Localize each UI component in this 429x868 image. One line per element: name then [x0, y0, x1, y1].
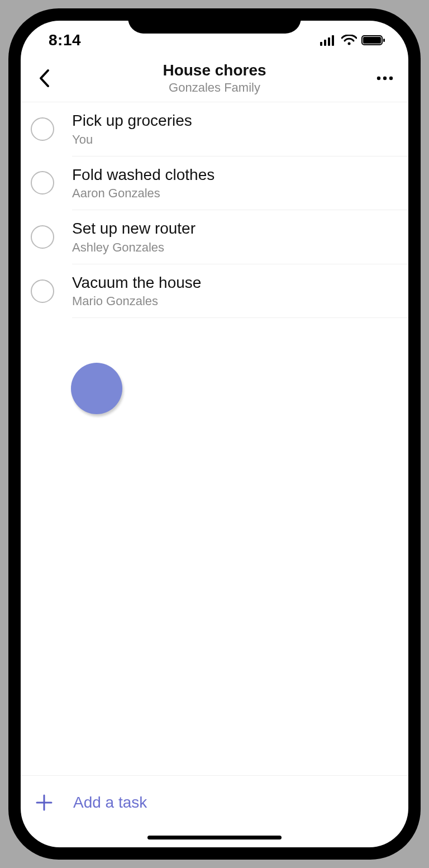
task-checkbox[interactable]: [31, 225, 54, 249]
task-title: Set up new router: [72, 219, 196, 238]
svg-point-4: [348, 42, 351, 45]
svg-point-10: [389, 76, 393, 79]
task-assignee: Aaron Gonzales: [72, 186, 214, 201]
svg-point-9: [383, 76, 387, 79]
screen: 8:14: [21, 21, 408, 847]
task-row[interactable]: Fold washed clothes Aaron Gonzales: [21, 156, 408, 210]
svg-rect-6: [363, 37, 381, 44]
more-horizontal-icon: [376, 76, 393, 80]
task-assignee: You: [72, 132, 192, 147]
touch-indicator: [71, 363, 122, 414]
cellular-icon: [320, 35, 337, 46]
task-row[interactable]: Set up new router Ashley Gonzales: [21, 210, 408, 264]
divider: [72, 317, 408, 318]
task-assignee: Mario Gonzales: [72, 294, 201, 309]
task-list[interactable]: Pick up groceries You Fold washed clothe…: [21, 102, 408, 775]
svg-rect-1: [324, 40, 326, 46]
nav-header: House chores Gonzales Family: [21, 54, 408, 102]
phone-frame: 8:14: [8, 8, 421, 860]
svg-rect-7: [383, 39, 385, 42]
svg-point-8: [377, 76, 380, 79]
wifi-icon: [341, 35, 357, 46]
svg-rect-0: [320, 42, 322, 46]
task-title: Vacuum the house: [72, 273, 201, 292]
svg-rect-2: [328, 37, 330, 46]
home-indicator[interactable]: [147, 836, 282, 839]
back-button[interactable]: [33, 67, 55, 89]
page-subtitle: Gonzales Family: [21, 80, 408, 95]
add-task-button[interactable]: [33, 791, 55, 814]
plus-icon: [36, 794, 53, 811]
svg-rect-3: [332, 35, 334, 46]
more-options-button[interactable]: [374, 67, 396, 89]
task-checkbox[interactable]: [31, 279, 54, 303]
chevron-left-icon: [38, 69, 50, 88]
status-time: 8:14: [49, 31, 81, 49]
task-checkbox[interactable]: [31, 171, 54, 195]
battery-icon: [361, 35, 386, 46]
add-task-label: Add a task: [73, 794, 147, 812]
task-title: Pick up groceries: [72, 111, 192, 130]
status-icons: [320, 35, 386, 46]
task-row[interactable]: Vacuum the house Mario Gonzales: [21, 264, 408, 318]
device-notch: [128, 8, 301, 34]
task-row[interactable]: Pick up groceries You: [21, 102, 408, 156]
task-assignee: Ashley Gonzales: [72, 240, 196, 255]
page-title: House chores: [21, 61, 408, 79]
task-title: Fold washed clothes: [72, 165, 214, 184]
task-checkbox[interactable]: [31, 117, 54, 141]
